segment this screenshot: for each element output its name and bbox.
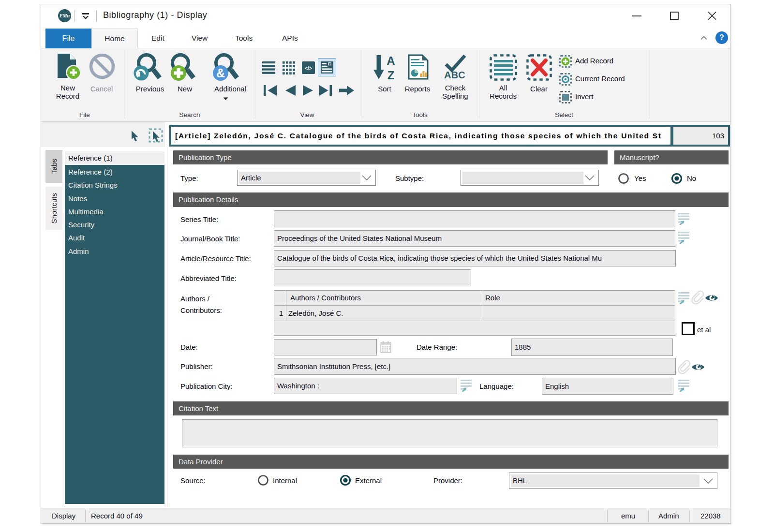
- svg-text:&: &: [216, 66, 225, 80]
- svg-text:A: A: [387, 54, 395, 67]
- svg-text:Z: Z: [387, 69, 395, 80]
- svg-text:</>: </>: [305, 65, 312, 71]
- svg-text:ABC: ABC: [444, 70, 465, 79]
